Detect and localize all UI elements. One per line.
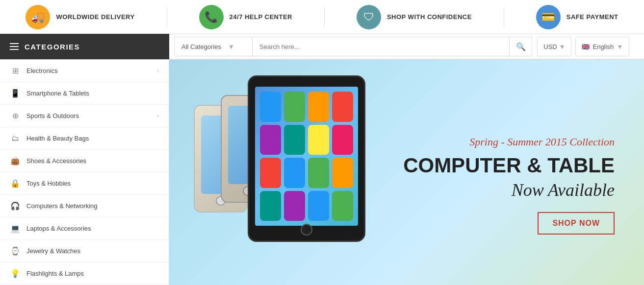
- categories-label: CATEGORIES: [25, 43, 80, 51]
- lang-arrow: ▼: [617, 43, 623, 50]
- delivery-label: WORLDWIDE DELIVERY: [56, 13, 134, 21]
- flag-icon: 🇬🇧: [582, 43, 590, 50]
- currency-selector[interactable]: USD ▼: [537, 37, 571, 56]
- smartphone-label: Smartphone & Tablets: [26, 90, 89, 97]
- category-dropdown-arrow: ▼: [228, 43, 234, 50]
- shoes-icon: 👜: [10, 156, 21, 166]
- computers-label: Computers & Networking: [26, 202, 98, 210]
- sidebar-item-electronics[interactable]: ⊞ Electronics ›: [0, 60, 169, 82]
- worldwide-delivery-item: 🚚 WORLDWIDE DELIVERY: [26, 5, 134, 29]
- electronics-icon: ⊞: [10, 66, 21, 76]
- health-label: Health & Beauty Bags: [26, 135, 89, 142]
- language-selector[interactable]: 🇬🇧 English ▼: [575, 37, 629, 56]
- flashlights-label: Flashlights & Lamps: [26, 270, 84, 277]
- sports-icon: ⊕: [10, 111, 21, 121]
- sidebar-item-smartphone-tablets[interactable]: 📱 Smartphone & Tablets: [0, 82, 169, 105]
- banner-subtitle: Spring - Summer 2015 Collection: [403, 136, 615, 148]
- shoes-label: Shoes & Accessories: [26, 157, 86, 165]
- divider-2: [324, 7, 325, 27]
- header-row: CATEGORIES All Categories ▼ 🔍 USD ▼ 🇬🇧 E…: [0, 34, 644, 60]
- hamburger-icon: [10, 43, 19, 50]
- smartphone-icon: 📱: [10, 88, 21, 99]
- jewelry-label: Jewelry & Watches: [26, 247, 80, 255]
- banner-content: Spring - Summer 2015 Collection COMPUTER…: [403, 136, 615, 235]
- search-icon: 🔍: [516, 42, 526, 51]
- search-button[interactable]: 🔍: [510, 37, 532, 56]
- confidence-item: 🛡 SHOP WITH CONFIDENCE: [357, 5, 472, 29]
- computers-icon: 🎧: [10, 201, 21, 212]
- electronics-arrow: ›: [157, 68, 159, 74]
- sidebar-item-shoes-accessories[interactable]: 👜 Shoes & Accessories: [0, 150, 169, 172]
- search-input-wrap: [253, 37, 510, 56]
- language-label: English: [592, 43, 614, 50]
- sports-arrow: ›: [157, 113, 159, 119]
- laptops-label: Laptops & Accessories: [26, 225, 91, 232]
- category-dropdown[interactable]: All Categories ▼: [174, 37, 253, 56]
- sidebar-item-laptops-accessories[interactable]: 💻 Laptops & Accessories: [0, 217, 169, 240]
- laptops-icon: 💻: [10, 223, 21, 234]
- divider-1: [167, 7, 167, 27]
- confidence-label: SHOP WITH CONFIDENCE: [387, 13, 472, 21]
- help-icon: 📞: [199, 5, 224, 29]
- toys-icon: 🔒: [10, 178, 21, 189]
- help-center-item: 📞 24/7 HELP CENTER: [199, 5, 292, 29]
- sidebar-item-computers-networking[interactable]: 🎧 Computers & Networking: [0, 195, 169, 217]
- sports-label: Sports & Outdoors: [26, 112, 79, 119]
- payment-item: 💳 SAFE PAYMENT: [536, 5, 618, 29]
- tablet-device: [248, 75, 365, 242]
- currency-label: USD: [543, 43, 557, 50]
- banner-title2: Now Available: [403, 180, 615, 200]
- health-icon: 🗂: [10, 133, 21, 144]
- shop-now-button[interactable]: SHOP NOW: [538, 212, 615, 235]
- flashlights-icon: 💡: [10, 268, 21, 279]
- main-layout: ⊞ Electronics › 📱 Smartphone & Tablets ⊕…: [0, 60, 644, 285]
- top-bar: 🚚 WORLDWIDE DELIVERY 📞 24/7 HELP CENTER …: [0, 0, 644, 34]
- sidebar-item-toys-hobbies[interactable]: 🔒 Toys & Hobbies: [0, 172, 169, 195]
- banner-area: Spring - Summer 2015 Collection COMPUTER…: [169, 60, 644, 285]
- tablet-screen: [255, 87, 358, 226]
- sidebar-item-sports-outdoors[interactable]: ⊕ Sports & Outdoors ›: [0, 105, 169, 127]
- banner-devices: [184, 66, 390, 285]
- jewelry-icon: ⌚: [10, 246, 21, 257]
- search-input[interactable]: [253, 37, 510, 56]
- sidebar-header: CATEGORIES: [0, 34, 169, 59]
- banner-title: COMPUTER & TABLE: [403, 154, 615, 177]
- divider-3: [504, 7, 504, 27]
- sidebar-item-jewelry-watches[interactable]: ⌚ Jewelry & Watches: [0, 240, 169, 262]
- sidebar-items-list: ⊞ Electronics › 📱 Smartphone & Tablets ⊕…: [0, 60, 169, 285]
- sidebar-item-flashlights-lamps[interactable]: 💡 Flashlights & Lamps: [0, 262, 169, 285]
- currency-arrow: ▼: [559, 43, 566, 50]
- help-label: 24/7 HELP CENTER: [230, 13, 292, 21]
- toys-label: Toys & Hobbies: [26, 180, 71, 187]
- payment-label: SAFE PAYMENT: [567, 13, 618, 21]
- sidebar: ⊞ Electronics › 📱 Smartphone & Tablets ⊕…: [0, 60, 169, 285]
- electronics-label: Electronics: [26, 67, 58, 74]
- payment-icon: 💳: [536, 5, 561, 29]
- confidence-icon: 🛡: [357, 5, 381, 29]
- category-dropdown-label: All Categories: [181, 43, 221, 50]
- tablet-home-button: [301, 224, 312, 236]
- delivery-icon: 🚚: [26, 5, 50, 29]
- sidebar-item-health-beauty[interactable]: 🗂 Health & Beauty Bags: [0, 127, 169, 150]
